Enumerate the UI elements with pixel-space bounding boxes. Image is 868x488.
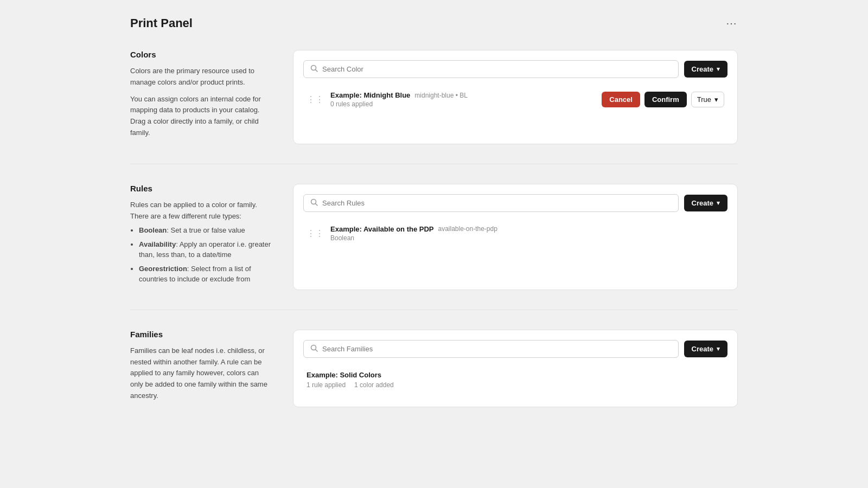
color-item-sub: 0 rules applied: [330, 100, 595, 108]
rule-type-boolean: Boolean: Set a true or false value: [139, 225, 271, 236]
rule-item-info: Example: Available on the PDP available-…: [330, 225, 724, 242]
colors-create-button[interactable]: Create ▾: [684, 61, 727, 78]
color-list-item: ⋮⋮ Example: Midnight Blue midnight-blue …: [303, 86, 727, 113]
families-item-name: Example: Solid Colors: [307, 371, 724, 379]
colors-desc-1: Colors are the primary resource used to …: [130, 66, 271, 88]
rules-title: Rules: [130, 184, 271, 193]
families-description: Families Families can be leaf nodes i.e.…: [130, 330, 271, 407]
drag-handle-icon[interactable]: ⋮⋮: [307, 228, 324, 239]
search-icon: [310, 344, 318, 354]
color-item-main-row: Example: Midnight Blue midnight-blue • B…: [330, 91, 595, 99]
color-search-input[interactable]: [322, 65, 672, 73]
rules-panel: Create ▾ ⋮⋮ Example: Available on the PD…: [293, 184, 738, 290]
colors-description: Colors Colors are the primary resource u…: [130, 50, 271, 144]
page-header: Print Panel ⋯: [130, 16, 738, 30]
families-panel-top: Create ▾: [303, 340, 727, 358]
rule-item-main-row: Example: Available on the PDP available-…: [330, 225, 724, 233]
rules-panel-top: Create ▾: [303, 194, 727, 212]
cancel-button[interactable]: Cancel: [602, 92, 640, 107]
families-section: Families Families can be leaf nodes i.e.…: [130, 330, 738, 407]
confirm-button[interactable]: Confirm: [644, 92, 687, 107]
rule-list-item: ⋮⋮ Example: Available on the PDP availab…: [303, 220, 727, 247]
families-rule-count: 1 rule applied: [307, 381, 346, 389]
rule-type-georestriction: Georestriction: Select from a list of co…: [139, 264, 271, 285]
colors-panel: Create ▾ ⋮⋮ Example: Midnight Blue midni…: [293, 50, 738, 144]
search-icon: [310, 198, 318, 208]
families-panel: Create ▾ Example: Solid Colors 1 rule ap…: [293, 330, 738, 407]
rules-search-input[interactable]: [322, 199, 672, 207]
svg-line-3: [316, 203, 318, 206]
color-item-code: midnight-blue • BL: [414, 92, 468, 99]
rules-desc-1: Rules can be applied to a color or famil…: [130, 200, 271, 285]
rules-type-list: Boolean: Set a true or false value Avail…: [130, 225, 271, 285]
true-select[interactable]: True ▾: [691, 92, 724, 107]
drag-handle-icon[interactable]: ⋮⋮: [307, 94, 324, 105]
section-divider-2: [130, 310, 738, 310]
chevron-down-icon: ▾: [717, 66, 720, 73]
chevron-down-icon: ▾: [717, 345, 720, 352]
chevron-down-icon: ▾: [717, 200, 720, 207]
families-search-box[interactable]: [303, 340, 679, 358]
page-title: Print Panel: [130, 16, 193, 30]
rule-item-sub: Boolean: [330, 234, 724, 242]
color-item-name: Example: Midnight Blue: [330, 91, 410, 99]
rule-item-name: Example: Available on the PDP: [330, 225, 433, 233]
chevron-down-icon: ▾: [714, 95, 718, 104]
colors-title: Colors: [130, 50, 271, 59]
colors-section: Colors Colors are the primary resource u…: [130, 50, 738, 144]
families-search-input[interactable]: [322, 345, 672, 353]
section-divider-1: [130, 164, 738, 164]
rules-description: Rules Rules can be applied to a color or…: [130, 184, 271, 290]
rule-item-code: available-on-the-pdp: [438, 225, 497, 233]
families-desc-1: Families can be leaf nodes i.e. childles…: [130, 345, 271, 402]
families-list-item: Example: Solid Colors 1 rule applied 1 c…: [303, 365, 727, 394]
colors-search-box[interactable]: [303, 60, 679, 78]
families-create-button[interactable]: Create ▾: [684, 341, 727, 357]
color-item-info: Example: Midnight Blue midnight-blue • B…: [330, 91, 595, 108]
families-title: Families: [130, 330, 271, 339]
color-item-actions: Cancel Confirm True ▾: [602, 92, 724, 107]
families-item-meta: 1 rule applied 1 color added: [307, 381, 724, 389]
svg-line-1: [316, 70, 318, 72]
rules-section: Rules Rules can be applied to a color or…: [130, 184, 738, 290]
svg-line-5: [316, 349, 318, 351]
families-color-count: 1 color added: [354, 381, 394, 389]
more-options-icon[interactable]: ⋯: [726, 17, 738, 30]
rules-create-button[interactable]: Create ▾: [684, 195, 727, 211]
colors-desc-2: You can assign colors an internal code f…: [130, 94, 271, 139]
rules-search-box[interactable]: [303, 194, 679, 212]
colors-panel-top: Create ▾: [303, 60, 727, 78]
search-icon: [310, 65, 318, 74]
rule-type-availability: Availability: Apply an operator i.e. gre…: [139, 239, 271, 260]
